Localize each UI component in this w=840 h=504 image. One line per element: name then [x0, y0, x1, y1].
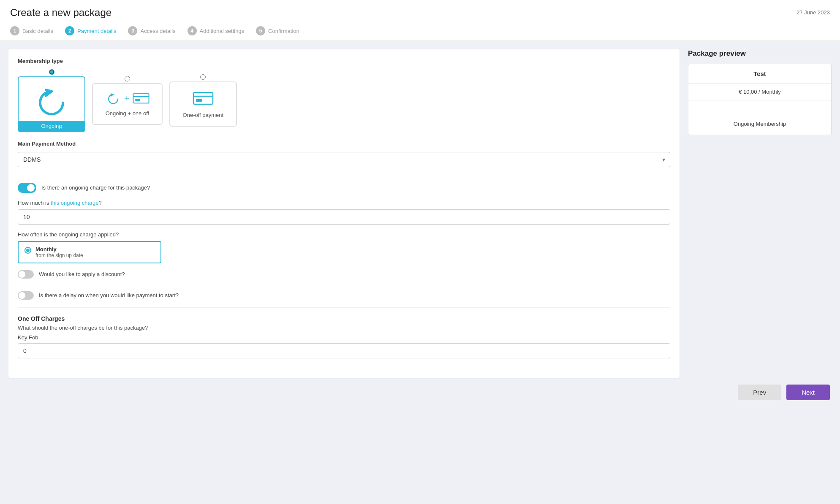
credit-card-icon-2 [192, 90, 214, 107]
main-payment-section: Main Payment Method DDMS Card Cash [18, 141, 670, 167]
step-additional-settings[interactable]: 4 Additional settings [188, 26, 245, 35]
divider-1 [18, 175, 670, 175]
page-header: Create a new package 27 June 2023 [0, 0, 840, 22]
delay-toggle-thumb [19, 292, 25, 299]
monthly-radio-dot [24, 247, 31, 254]
option-oneoff[interactable]: One-off payment [169, 74, 237, 127]
refresh-icon [30, 85, 73, 117]
key-fob-input[interactable] [18, 343, 670, 358]
ongoing-oneoff-label: Ongoing + one off [106, 110, 150, 117]
step-circle-2: 2 [65, 26, 74, 35]
membership-type-section: Membership type Ongoing [18, 58, 670, 132]
ongoing-card: Ongoing [18, 76, 85, 132]
step-circle-1: 1 [10, 26, 19, 35]
radio-ongoing[interactable] [49, 69, 54, 75]
plus-icon: + [124, 93, 130, 104]
preview-title: Package preview [688, 49, 832, 58]
membership-type-row: Ongoing + [18, 69, 670, 132]
preview-price: € 10,00 / Monthly [688, 84, 831, 100]
discount-label: Would you like to apply a discount? [39, 271, 125, 277]
key-fob-label: Key Fob [18, 334, 670, 341]
one-off-section: One Off Charges What should the one-off … [18, 315, 670, 358]
spacer-1 [18, 285, 670, 291]
discount-toggle[interactable] [18, 270, 34, 279]
ongoing-charge-toggle[interactable] [18, 183, 36, 193]
ongoing-charge-toggle-label: Is there an ongoing charge for this pack… [41, 184, 150, 191]
monthly-label: Monthly [35, 246, 83, 252]
main-payment-label: Main Payment Method [18, 141, 670, 147]
form-panel: Membership type Ongoing [8, 49, 680, 378]
ongoing-oneoff-card: + Ongoing + one off [92, 83, 163, 125]
option-ongoing-oneoff[interactable]: + Ongoing + one off [92, 76, 163, 125]
radio-ongoing-oneoff[interactable] [125, 76, 130, 81]
svg-rect-3 [193, 92, 213, 104]
delay-toggle[interactable] [18, 291, 34, 300]
ongoing-charge-question: How much is this ongoing charge? [18, 200, 670, 206]
payment-method-wrapper: DDMS Card Cash [18, 152, 670, 167]
combo-icons: + [105, 92, 150, 105]
step-label-3: Access details [140, 28, 175, 34]
main-layout: Membership type Ongoing [0, 41, 840, 378]
step-label-2: Payment details [77, 28, 117, 34]
step-confirmation[interactable]: 5 Confirmation [256, 26, 299, 35]
preview-spacer [688, 100, 831, 113]
step-payment-details[interactable]: 2 Payment details [65, 26, 117, 35]
frequency-monthly-option[interactable]: Monthly from the sign up date [18, 241, 161, 263]
step-label-4: Additional settings [200, 28, 245, 34]
svg-rect-2 [135, 99, 140, 101]
ongoing-label: Ongoing [19, 121, 84, 131]
next-button[interactable]: Next [786, 385, 830, 400]
monthly-sublabel: from the sign up date [35, 252, 83, 258]
radio-oneoff[interactable] [200, 74, 206, 80]
ongoing-charge-input[interactable] [18, 209, 670, 225]
payment-method-select[interactable]: DDMS Card Cash [18, 152, 670, 167]
step-circle-5: 5 [256, 26, 265, 35]
one-off-subtitle: What should the one-off charges be for t… [18, 325, 670, 331]
stepper: 1 Basic details 2 Payment details 3 Acce… [0, 22, 840, 41]
step-basic-details[interactable]: 1 Basic details [10, 26, 53, 35]
step-circle-4: 4 [188, 26, 197, 35]
option-ongoing[interactable]: Ongoing [18, 69, 85, 132]
svg-rect-0 [133, 94, 149, 103]
discount-toggle-thumb [19, 271, 25, 278]
frequency-question: How often is the ongoing charge applied? [18, 231, 670, 238]
refresh-icon-2 [105, 92, 122, 105]
preview-membership-type: Ongoing Membership [688, 113, 831, 135]
prev-button[interactable]: Prev [738, 385, 781, 400]
divider-2 [18, 307, 670, 308]
oneoff-label: One-off payment [183, 112, 224, 118]
step-label-1: Basic details [22, 28, 53, 34]
step-label-5: Confirmation [268, 28, 299, 34]
frequency-section: How often is the ongoing charge applied?… [18, 231, 670, 263]
preview-package-name: Test [688, 64, 831, 84]
delay-toggle-row: Is there a delay on when you would like … [18, 291, 670, 300]
preview-card: Test € 10,00 / Monthly Ongoing Membershi… [688, 64, 832, 135]
oneoff-card: One-off payment [169, 81, 237, 127]
ongoing-charge-link[interactable]: this ongoing charge [51, 200, 98, 206]
discount-toggle-row: Would you like to apply a discount? [18, 270, 670, 279]
step-access-details[interactable]: 3 Access details [128, 26, 175, 35]
membership-type-label: Membership type [18, 58, 670, 64]
ongoing-charge-amount-section: How much is this ongoing charge? [18, 200, 670, 225]
one-off-title: One Off Charges [18, 315, 670, 322]
ongoing-charge-toggle-row: Is there an ongoing charge for this pack… [18, 183, 670, 193]
delay-label: Is there a delay on when you would like … [39, 292, 179, 298]
credit-card-icon [132, 92, 150, 105]
step-circle-3: 3 [128, 26, 137, 35]
svg-rect-5 [196, 99, 202, 102]
page-title: Create a new package [10, 7, 111, 19]
frequency-text: Monthly from the sign up date [35, 246, 83, 258]
preview-panel: Package preview Test € 10,00 / Monthly O… [688, 49, 832, 378]
footer-bar: Prev Next [0, 378, 840, 407]
page-date: 27 June 2023 [797, 9, 830, 16]
